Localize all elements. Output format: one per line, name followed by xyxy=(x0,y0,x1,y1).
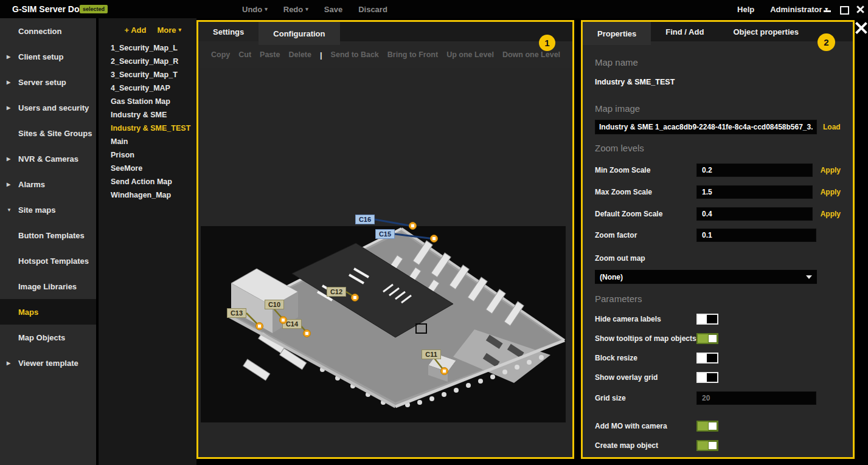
camera-label-c12[interactable]: C12 xyxy=(327,287,346,297)
camera-icon-c13[interactable] xyxy=(255,322,263,330)
properties-panel: Properties Find / Add Object properties … xyxy=(581,20,855,459)
hide-camera-labels-label: Hide camera labels xyxy=(595,315,696,323)
min-zoom-scale-label: Min Zoom Scale xyxy=(595,166,696,174)
sidebar-item-site-maps[interactable]: ▼Site maps xyxy=(0,197,96,222)
selected-badge: selected xyxy=(80,5,108,13)
delete-button[interactable]: Delete xyxy=(288,50,311,59)
sidebar-item-server-setup[interactable]: ▶Server setup xyxy=(0,69,96,95)
camera-label-c16[interactable]: C16 xyxy=(355,215,375,224)
bring-to-front-button[interactable]: Bring to Front xyxy=(387,50,438,59)
sidebar-item-nvr-cameras[interactable]: ▶NVR & Cameras xyxy=(0,146,96,171)
hide-camera-labels-toggle[interactable] xyxy=(696,314,718,325)
selection-square[interactable] xyxy=(415,323,427,334)
tab-properties[interactable]: Properties xyxy=(583,22,651,45)
redo-button[interactable]: Redo▾ xyxy=(283,5,308,14)
help-button[interactable]: Help xyxy=(737,5,754,14)
camera-label-c11[interactable]: C11 xyxy=(422,350,441,359)
copy-button[interactable]: Copy xyxy=(211,50,230,59)
tab-object-properties[interactable]: Object properties xyxy=(718,22,813,41)
down-one-level-button[interactable]: Down one Level xyxy=(502,50,560,59)
user-menu[interactable]: Administrator▾ xyxy=(770,5,828,14)
more-menu-button[interactable]: More▾ xyxy=(157,26,181,35)
camera-icon-c12[interactable] xyxy=(351,294,359,301)
camera-icon-c11[interactable] xyxy=(440,367,448,375)
block-resize-toggle[interactable] xyxy=(696,353,718,363)
cut-button[interactable]: Cut xyxy=(238,50,251,59)
map-list-item[interactable]: Main xyxy=(99,135,196,148)
max-zoom-scale-label: Max Zoom Scale xyxy=(595,188,696,196)
create-map-object-toggle[interactable] xyxy=(696,440,718,451)
map-list-item[interactable]: Industry & SME xyxy=(99,108,196,122)
block-resize-label: Block resize xyxy=(595,354,696,362)
map-image-filename-input[interactable] xyxy=(595,120,817,134)
map-list-item[interactable]: SeeMore xyxy=(99,162,196,175)
tab-settings[interactable]: Settings xyxy=(198,22,259,41)
editor-toolbar: Copy Cut Paste Delete | Send to Back Bri… xyxy=(198,41,572,68)
min-zoom-apply-button[interactable]: Apply xyxy=(821,166,841,174)
expand-arrow-icon: ▶ xyxy=(7,156,10,162)
caret-down-icon: ▾ xyxy=(265,6,268,12)
sidebar-item-hotspot-templates[interactable]: Hotspot Templates xyxy=(0,248,96,274)
zoom-factor-input[interactable] xyxy=(696,229,816,242)
camera-label-c10[interactable]: C10 xyxy=(265,300,284,309)
show-overlay-grid-toggle[interactable] xyxy=(696,372,718,383)
grid-size-label: Grid size xyxy=(595,394,696,402)
maximize-icon[interactable] xyxy=(840,5,848,13)
camera-label-c15[interactable]: C15 xyxy=(375,229,395,239)
tab-configuration[interactable]: Configuration xyxy=(259,22,339,45)
min-zoom-scale-input[interactable] xyxy=(696,164,813,177)
send-to-back-button[interactable]: Send to Back xyxy=(331,50,379,59)
camera-icon-c16[interactable] xyxy=(409,222,417,230)
camera-label-c13[interactable]: C13 xyxy=(227,308,246,318)
sidebar-item-connection[interactable]: Connection xyxy=(0,18,96,44)
annotation-badge-1: 1 xyxy=(539,35,555,51)
sidebar-item-users-and-security[interactable]: ▶Users and security xyxy=(0,95,96,120)
sidebar-item-alarms[interactable]: ▶Alarms xyxy=(0,171,96,197)
close-icon[interactable] xyxy=(856,5,864,13)
map-list-item[interactable]: Prison xyxy=(99,148,196,162)
tab-find-add[interactable]: Find / Add xyxy=(651,22,718,41)
save-button[interactable]: Save xyxy=(324,5,342,14)
zoom-out-map-select[interactable]: (None) xyxy=(595,270,817,284)
map-list-item[interactable]: 2_Security_Map_R xyxy=(99,55,196,68)
map-canvas-area[interactable]: C16 C15 C12 C10 C13 C14 C11 xyxy=(198,68,572,457)
minimize-icon[interactable] xyxy=(824,5,832,13)
map-list-item[interactable]: 1_Security_Map_L xyxy=(99,41,196,55)
sidebar-item-button-templates[interactable]: Button Templates xyxy=(0,222,96,248)
map-list-item[interactable]: 4_Security_MAP xyxy=(99,81,196,95)
max-zoom-apply-button[interactable]: Apply xyxy=(821,188,841,196)
undo-button[interactable]: Undo▾ xyxy=(242,5,268,14)
paste-button[interactable]: Paste xyxy=(260,50,280,59)
show-overlay-grid-label: Show overlay grid xyxy=(595,373,696,382)
map-list-item[interactable]: Send Action Map xyxy=(99,175,196,188)
add-map-button[interactable]: + Add xyxy=(124,26,146,35)
sidebar-item-image-libraries[interactable]: Image Libraries xyxy=(0,274,96,299)
discard-button[interactable]: Discard xyxy=(358,5,387,14)
zoom-levels-header: Zoom levels xyxy=(595,143,841,153)
up-one-level-button[interactable]: Up one Level xyxy=(446,50,494,59)
add-mo-with-camera-toggle[interactable] xyxy=(696,421,718,432)
default-zoom-apply-button[interactable]: Apply xyxy=(821,210,841,218)
expand-arrow-icon: ▼ xyxy=(7,207,12,213)
map-list-item-selected[interactable]: Industry & SME_TEST xyxy=(99,122,196,135)
expand-arrow-icon: ▶ xyxy=(7,182,10,187)
camera-icon-c15[interactable] xyxy=(430,235,438,243)
sidebar-item-map-objects[interactable]: Map Objects xyxy=(0,325,96,350)
sidebar-item-sites-site-groups[interactable]: Sites & Site Groups xyxy=(0,120,96,146)
map-list-item[interactable]: Windhagen_Map xyxy=(99,188,196,202)
expand-arrow-icon: ▶ xyxy=(7,80,10,85)
load-button[interactable]: Load xyxy=(823,123,841,131)
properties-body: Map name Industry & SME_TEST Map image L… xyxy=(583,41,853,457)
sidebar-item-viewer-template[interactable]: ▶Viewer template xyxy=(0,350,96,376)
map-list-item[interactable]: 3_Security_Map_T xyxy=(99,68,196,81)
default-zoom-scale-input[interactable] xyxy=(696,207,813,221)
annotation-badge-2: 2 xyxy=(818,33,835,51)
map-list-item[interactable]: Gas Station Map xyxy=(99,95,196,108)
camera-icon-c14[interactable] xyxy=(303,329,311,337)
show-tooltips-toggle[interactable] xyxy=(696,333,718,344)
panel-close-icon[interactable] xyxy=(855,22,866,33)
sidebar-item-client-setup[interactable]: ▶Client setup xyxy=(0,44,96,69)
camera-icon-c10[interactable] xyxy=(279,316,287,324)
sidebar-item-maps[interactable]: Maps xyxy=(0,299,96,325)
max-zoom-scale-input[interactable] xyxy=(696,185,813,199)
